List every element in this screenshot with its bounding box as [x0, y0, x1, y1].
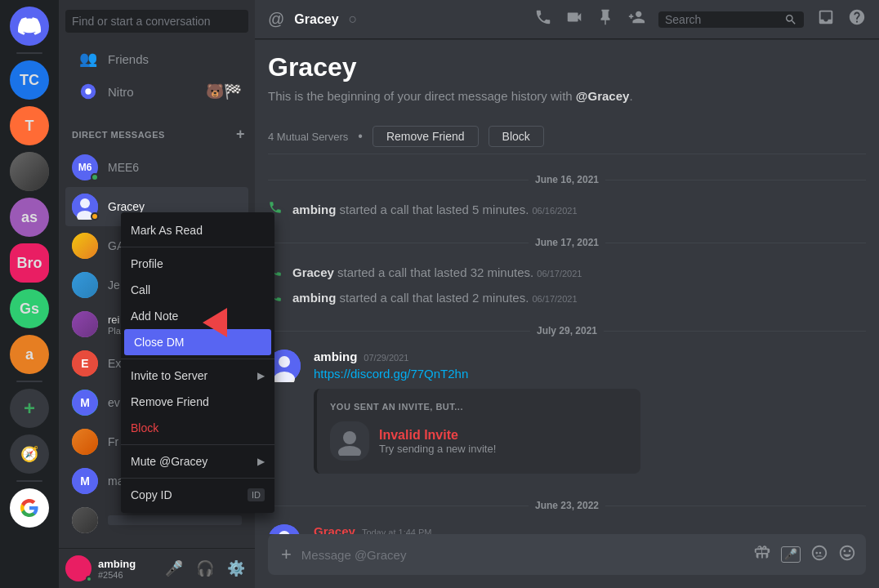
add-member-button[interactable] — [627, 8, 645, 30]
date-divider-june16: June 16, 2021 — [268, 174, 866, 185]
bottom-tag: #2546 — [98, 570, 136, 580]
search-input[interactable] — [65, 10, 248, 33]
pin-button[interactable] — [596, 8, 614, 30]
svg-point-8 — [338, 446, 361, 456]
mutual-servers-link[interactable]: 4 Mutual Servers — [268, 131, 348, 143]
discord-home-icon[interactable] — [10, 7, 49, 46]
context-menu: Mark As Read Profile Call Add Note Close… — [121, 212, 274, 513]
search-box — [658, 11, 804, 28]
date-divider-june23: June 23, 2022 — [268, 500, 866, 511]
invite-embed-icon — [330, 421, 369, 461]
msg-author-invite: ambing — [314, 350, 357, 363]
chat-intro-text: This is the beginning of your direct mes… — [268, 89, 866, 103]
msg-header-gracey: Gracey Today at 1:44 PM — [314, 524, 866, 534]
friends-icon: 👥 — [78, 49, 98, 69]
search-icon — [784, 13, 797, 26]
server-label-as: as — [21, 209, 38, 226]
gift-button[interactable] — [753, 544, 771, 566]
explore-servers-button[interactable]: 🧭 — [10, 434, 49, 474]
inbox-button[interactable] — [817, 8, 835, 30]
message-input-area: + 🎤 — [255, 534, 879, 588]
dm-name-gracey: Gracey — [108, 200, 242, 213]
dm-avatar-ma: M — [72, 468, 98, 494]
system-msg-2: Gracey started a call that lasted 32 min… — [268, 261, 866, 283]
svg-point-7 — [343, 431, 356, 444]
invite-link[interactable]: https://discord.gg/77QnT2hn — [314, 367, 468, 381]
add-server-button[interactable]: + — [10, 389, 49, 428]
dm-item-mee6[interactable]: M6 MEE6 — [65, 148, 248, 187]
ctx-separator-1 — [121, 247, 274, 247]
ctx-mute[interactable]: Mute @Gracey ▶ — [121, 448, 274, 474]
sys-text-1: ambing started a call that lasted 5 minu… — [292, 203, 578, 216]
svg-point-5 — [279, 356, 290, 368]
server-label-a: a — [25, 346, 33, 363]
server-divider — [16, 52, 42, 54]
nitro-item[interactable]: Nitro 🐻🏁 — [65, 75, 248, 108]
date-text-june17: June 17, 2021 — [535, 237, 599, 248]
server-icon-t[interactable]: T — [10, 106, 49, 145]
date-text-june16: June 16, 2021 — [535, 174, 599, 185]
ctx-copy-id[interactable]: Copy ID ID — [121, 482, 274, 508]
ctx-block[interactable]: Block — [121, 415, 274, 441]
search-input-header[interactable] — [665, 13, 779, 26]
server-icon-bro[interactable]: Bro — [10, 243, 49, 283]
ctx-add-note[interactable]: Add Note — [121, 303, 274, 329]
new-dm-button[interactable]: + — [233, 124, 248, 145]
ctx-separator-3 — [121, 444, 274, 445]
remove-friend-button[interactable]: Remove Friend — [373, 126, 479, 147]
ctx-close-dm[interactable]: Close DM — [124, 329, 271, 355]
phone-call-button[interactable] — [534, 8, 552, 30]
sticker-button[interactable] — [810, 544, 828, 566]
gif-button[interactable]: 🎤 — [781, 546, 801, 563]
date-text-july29: July 29, 2021 — [537, 325, 597, 336]
explore-icon: 🧭 — [20, 445, 38, 463]
server-label-tc: TC — [20, 72, 39, 89]
dm-avatar-rei — [72, 311, 98, 337]
settings-button[interactable]: ⚙️ — [224, 556, 248, 581]
channel-header: @ Gracey ○ — [255, 0, 879, 39]
message-group-invite: ambing 07/29/2021 https://discord.gg/77Q… — [268, 350, 866, 480]
main-content: @ Gracey ○ — [255, 0, 879, 588]
channel-status-icon: ○ — [349, 11, 358, 28]
server-icon-gs[interactable]: Gs — [10, 289, 49, 328]
message-group-gracey: Gracey Today at 1:44 PM check — [268, 524, 866, 534]
server-icon-a[interactable]: a — [10, 335, 49, 374]
ctx-call[interactable]: Call — [121, 277, 274, 303]
server-list: TC T as Bro Gs a + 🧭 — [0, 0, 59, 588]
invite-embed-label: YOU SENT AN INVITE, BUT... — [330, 402, 627, 412]
chat-intro-title: Gracey — [268, 52, 866, 82]
sys-author-1: ambing — [292, 203, 336, 216]
block-button[interactable]: Block — [489, 126, 544, 147]
at-symbol: @ — [268, 10, 284, 29]
emoji-button[interactable] — [838, 544, 856, 566]
headset-button[interactable]: 🎧 — [193, 556, 217, 581]
mutual-bar: 4 Mutual Servers • Remove Friend Block — [268, 116, 866, 154]
date-divider-july29: July 29, 2021 — [268, 325, 866, 336]
server-divider-3 — [16, 480, 42, 482]
server-icon-as[interactable]: as — [10, 198, 49, 237]
ctx-mark-as-read[interactable]: Mark As Read — [121, 217, 274, 243]
message-input[interactable] — [301, 538, 747, 572]
server-icon-google[interactable] — [10, 488, 49, 528]
ctx-profile[interactable]: Profile — [121, 251, 274, 277]
invite-embed-info: Invalid Invite Try sending a new invite! — [379, 428, 496, 455]
chat-area: Gracey This is the beginning of your dir… — [255, 39, 879, 534]
msg-time-invite: 07/29/2021 — [364, 353, 408, 363]
system-msg-3: ambing started a call that lasted 2 minu… — [268, 287, 866, 309]
friends-item[interactable]: 👥 Friends — [65, 42, 248, 75]
ctx-remove-friend[interactable]: Remove Friend — [121, 389, 274, 415]
server-divider-2 — [16, 381, 42, 382]
dm-avatar-mee6: M6 — [72, 154, 98, 180]
ctx-invite-to-server[interactable]: Invite to Server ▶ — [121, 363, 274, 389]
message-input-box: + 🎤 — [268, 534, 866, 575]
attach-button[interactable]: + — [278, 534, 295, 575]
status-dot-gracey — [91, 212, 99, 220]
sidebar-bottom: ambing #2546 🎤 🎧 ⚙️ — [59, 548, 255, 588]
video-call-button[interactable] — [565, 8, 583, 30]
server-icon-tc[interactable]: TC — [10, 60, 49, 100]
input-actions: 🎤 — [753, 544, 856, 566]
mic-button[interactable]: 🎤 — [162, 556, 186, 581]
server-icon-photo[interactable] — [10, 152, 49, 191]
ctx-arrow-invite: ▶ — [257, 370, 265, 381]
help-button[interactable] — [848, 8, 866, 30]
